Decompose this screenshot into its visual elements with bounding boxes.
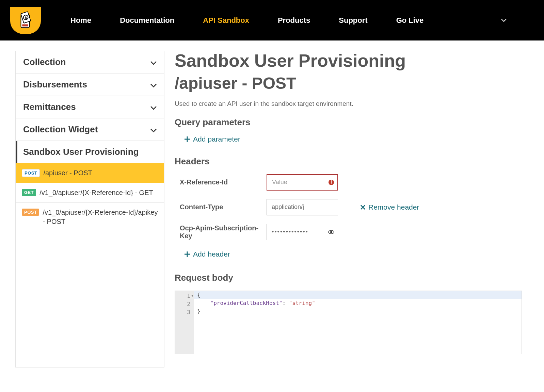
sidebar-item-label: /v1_0/apiuser/{X-Reference-Id} - GET [39,188,153,197]
main-content: Sandbox User Provisioning /apiuser - POS… [168,51,529,368]
chevron-down-icon [150,60,157,64]
chevron-down-icon [501,19,507,22]
plus-icon [184,251,190,257]
line-number: 2 [187,301,190,307]
sidebar-group-disbursements[interactable]: Disbursements [16,74,164,96]
content-type-input[interactable] [267,199,338,215]
chevron-down-icon [150,105,157,109]
add-header-button[interactable]: Add header [175,250,230,258]
method-badge-post: POST [22,209,39,216]
subscription-key-input[interactable] [267,224,338,240]
header-row-content-type: Content-Type Remove header [175,199,522,215]
logo[interactable]: $ [10,7,41,34]
plus-icon [184,136,190,142]
header-label: X-Reference-Id [180,178,267,186]
page-title: Sandbox User Provisioning [175,51,522,71]
x-icon [360,205,366,210]
header-label: Content-Type [180,203,267,211]
sidebar-group-label: Collection Widget [23,124,98,135]
header-row-x-reference-id: X-Reference-Id [175,174,522,191]
sidebar-group-label: Collection [23,57,66,67]
section-request-body: Request body [175,273,522,283]
line-number: 1 [187,293,190,299]
header-input-wrap [267,174,338,191]
request-body-editor[interactable]: 1▼ 2 3 { "providerCallbackHost": "string… [175,291,522,354]
code-line: } [194,307,522,315]
sidebar-group-label: Sandbox User Provisioning [23,147,139,157]
code-body[interactable]: { "providerCallbackHost": "string" } [194,291,522,354]
chevron-down-icon [150,83,157,87]
add-parameter-label: Add parameter [193,135,240,143]
fold-icon[interactable]: ▼ [191,293,193,298]
remove-header-label: Remove header [368,203,419,211]
svg-rect-7 [331,183,332,184]
section-query-parameters: Query parameters [175,117,522,128]
sidebar-item-label: /v1_0/apiuser/{X-Reference-Id}/apikey - … [43,208,158,226]
nav-api-sandbox[interactable]: API Sandbox [189,16,263,25]
sidebar: Collection Disbursements Remittances Col… [15,51,164,368]
method-badge-post: POST [22,169,40,177]
sidebar-group-collection-widget[interactable]: Collection Widget [16,118,164,141]
sidebar-item-apikey-post[interactable]: POST /v1_0/apiuser/{X-Reference-Id}/apik… [16,203,164,231]
sidebar-item-apiuser-post[interactable]: POST /apiuser - POST [16,163,164,183]
add-header-label: Add header [193,250,230,258]
sidebar-group-label: Remittances [23,102,76,112]
sidebar-group-sandbox-user-provisioning[interactable]: Sandbox User Provisioning [16,141,164,163]
nav-links: Home Documentation API Sandbox Products … [56,16,438,25]
error-icon [328,179,335,186]
endpoint-description: Used to create an API user in the sandbo… [175,100,522,108]
page-body: Collection Disbursements Remittances Col… [0,40,544,368]
add-parameter-button[interactable]: Add parameter [175,135,240,143]
nav-support[interactable]: Support [324,16,382,25]
nav-products[interactable]: Products [263,16,324,25]
method-badge-get: GET [22,189,36,196]
eye-icon[interactable] [328,229,335,235]
endpoint-heading: /apiuser - POST [175,74,522,93]
code-line: { [194,291,522,299]
header-label: Ocp-Apim-Subscription-Key [180,224,267,240]
header-input-wrap [267,224,338,240]
top-nav: $ Home Documentation API Sandbox Product… [0,0,544,40]
svg-rect-6 [331,180,332,183]
wallet-money-icon: $ [16,11,35,30]
nav-go-live[interactable]: Go Live [382,16,438,25]
nav-dropdown[interactable] [501,17,507,23]
sidebar-item-apiuser-get[interactable]: GET /v1_0/apiuser/{X-Reference-Id} - GET [16,183,164,203]
code-line: "providerCallbackHost": "string" [194,299,522,307]
svg-point-9 [330,231,332,233]
svg-rect-1 [22,24,28,26]
nav-documentation[interactable]: Documentation [106,16,189,25]
chevron-down-icon [150,128,157,132]
section-headers: Headers [175,156,522,167]
header-input-wrap [267,199,338,215]
header-row-subscription-key: Ocp-Apim-Subscription-Key [175,224,522,240]
sidebar-group-collection[interactable]: Collection [16,51,164,74]
nav-home[interactable]: Home [56,16,106,25]
code-gutter: 1▼ 2 3 [175,291,194,354]
line-number: 3 [187,309,190,315]
sidebar-group-remittances[interactable]: Remittances [16,96,164,118]
sidebar-group-label: Disbursements [23,79,87,90]
x-reference-id-input[interactable] [267,174,338,191]
sidebar-item-label: /apiuser - POST [43,168,92,178]
remove-header-button[interactable]: Remove header [360,203,419,211]
